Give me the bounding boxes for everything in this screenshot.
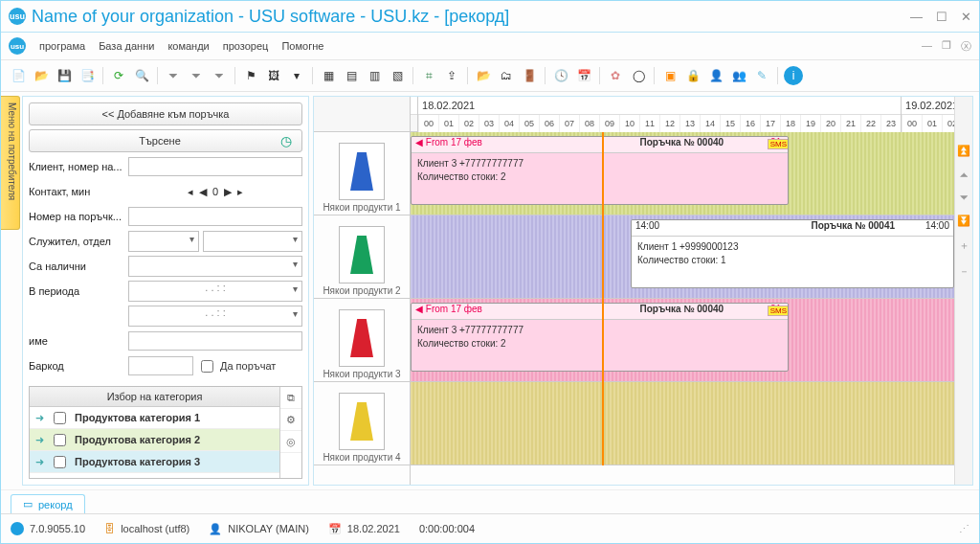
gantt-row-4[interactable] — [411, 382, 954, 465]
tb-grid2-icon[interactable]: ▤ — [342, 66, 361, 85]
add-to-order-button[interactable]: << Добавяне към поръчка — [29, 102, 302, 125]
product-cell-4[interactable]: Някои продукти 4 — [314, 382, 410, 465]
tb-filter2-icon[interactable]: ⏷ — [187, 66, 206, 85]
tb-folder2-icon[interactable]: 🗂 — [497, 66, 516, 85]
vt-down-icon[interactable]: ⏬ — [957, 215, 970, 227]
tb-user1-icon[interactable]: 👤 — [706, 66, 725, 85]
chk-toorder[interactable] — [201, 360, 213, 373]
tb-grid3-icon[interactable]: ▥ — [365, 66, 384, 85]
tb-search-icon[interactable]: 🔍 — [132, 66, 151, 85]
gear-icon[interactable]: ⚙ — [280, 409, 301, 431]
order-40-a[interactable]: ◀ From 17 февПоръчка № 0004021: SMS Клие… — [411, 136, 789, 205]
tb-lock-icon[interactable]: 🔒 — [683, 66, 702, 85]
menu-database[interactable]: База данни — [99, 40, 154, 52]
tb-saveall-icon[interactable]: 📑 — [78, 66, 97, 85]
tb-save-icon[interactable]: 💾 — [55, 66, 74, 85]
maximize-icon[interactable]: ☐ — [936, 10, 947, 24]
gantt-row-1[interactable]: ◀ From 17 февПоръчка № 0004021: SMS Клие… — [411, 132, 954, 215]
mdi-minimize-icon[interactable]: ― — [922, 39, 932, 54]
gantt-row-2[interactable]: 14:00Поръчка № 0004114:00 Клиент 1 +9999… — [411, 215, 954, 299]
search-button[interactable]: Търсене ◷ — [29, 129, 302, 152]
toolbar: 📄 📂 💾 📑 ⟳ 🔍 ⏷ ⏷ ⏷ ⚑ 🖼 ▾ ▦ ▤ ▥ ▧ ⌗ ⇪ 📂 🗂 … — [1, 60, 979, 92]
vt-plus-icon[interactable]: ＋ — [959, 238, 969, 253]
close-icon[interactable]: ✕ — [961, 10, 971, 24]
date-to[interactable]: . . : : — [128, 306, 302, 327]
search-button-label: Търсене — [39, 135, 280, 147]
chk-cat1[interactable] — [54, 412, 66, 424]
gantt-header: 18.02.2021 00010203040506070809101112131… — [411, 97, 954, 132]
tb-refresh-icon[interactable]: ⟳ — [109, 66, 128, 85]
minimize-icon[interactable]: ― — [910, 10, 923, 24]
tb-filter-icon[interactable]: ⏷ — [164, 66, 183, 85]
spin-contact[interactable]: ◂◀0▶▸ — [128, 185, 302, 199]
vt-bottom-icon[interactable]: ⏷ — [959, 192, 969, 203]
tb-exit-icon[interactable]: 🚪 — [520, 66, 539, 85]
tab-icon: ▭ — [23, 498, 33, 510]
tb-grid1-icon[interactable]: ▦ — [319, 66, 338, 85]
menu-program[interactable]: програма — [39, 40, 85, 52]
combo-available[interactable] — [128, 256, 302, 277]
order-41[interactable]: 14:00Поръчка № 0004114:00 Клиент 1 +9999… — [631, 219, 954, 288]
vt-up-icon[interactable]: ⏫ — [957, 145, 970, 157]
tb-clock-icon[interactable]: 🕓 — [551, 66, 570, 85]
lbl-name: име — [29, 335, 124, 347]
input-client[interactable] — [128, 157, 302, 176]
chk-cat3[interactable] — [54, 456, 66, 468]
arrow-icon: ➜ — [35, 412, 44, 424]
tb-export-icon[interactable]: ⇪ — [442, 66, 461, 85]
menu-logo-icon: usu — [9, 37, 26, 55]
sms-tag-icon: SMS — [768, 139, 789, 149]
order-40-b[interactable]: ◀ From 17 февПоръчка № 0004021: SMS Клие… — [411, 303, 789, 372]
tb-info-icon[interactable]: i — [784, 66, 803, 85]
chk-cat2[interactable] — [54, 434, 66, 446]
tb-open-icon[interactable]: 📂 — [32, 66, 51, 85]
menu-help[interactable]: Помогне — [281, 40, 323, 52]
tb-image-icon[interactable]: 🖼 — [264, 66, 283, 85]
category-row-2[interactable]: ➜Продуктова категория 2 — [30, 429, 279, 451]
resize-grip-icon[interactable]: ⋰ — [959, 523, 969, 535]
tb-grid4-icon[interactable]: ▧ — [388, 66, 407, 85]
copy-icon[interactable]: ⧉ — [280, 387, 301, 409]
tb-new-icon[interactable]: 📄 — [9, 66, 28, 85]
product-cell-1[interactable]: Някои продукти 1 — [314, 132, 410, 215]
tb-calendar-icon[interactable]: 📅 — [574, 66, 593, 85]
mdi-close-icon[interactable]: ⓧ — [961, 39, 971, 54]
arrow-icon: ➜ — [35, 456, 44, 468]
date-from[interactable]: . . : : — [128, 281, 302, 302]
filter-panel: << Добавяне към поръчка Търсене ◷ Клиент… — [22, 96, 309, 486]
combo-dept[interactable] — [203, 231, 302, 252]
category-row-1[interactable]: ➜Продуктова категория 1 — [30, 407, 279, 429]
tb-brush-icon[interactable]: ✎ — [752, 66, 771, 85]
mdi-restore-icon[interactable]: ❐ — [942, 39, 951, 54]
menu-window[interactable]: прозорец — [223, 40, 269, 52]
category-row-3[interactable]: ➜Продуктова категория 3 — [30, 451, 279, 473]
tb-color-icon[interactable]: ◯ — [629, 66, 648, 85]
input-orderno[interactable] — [128, 207, 302, 226]
product-cell-3[interactable]: Някои продукти 3 — [314, 299, 410, 382]
tb-folder-open-icon[interactable]: 📂 — [474, 66, 493, 85]
user-menu-side-tab[interactable]: Меню на потребителя — [1, 96, 20, 230]
product-cell-2[interactable]: Някои продукти 2 — [314, 215, 410, 299]
menu-commands[interactable]: команди — [167, 40, 209, 52]
input-barcode[interactable] — [128, 356, 193, 375]
tb-filter3-icon[interactable]: ⏷ — [210, 66, 229, 85]
sms-tag-icon: SMS — [768, 306, 789, 316]
input-name[interactable] — [128, 331, 302, 351]
tb-dd-icon[interactable]: ▾ — [287, 66, 306, 85]
gantt-area[interactable]: 18.02.2021 00010203040506070809101112131… — [411, 97, 954, 485]
gantt-side-tools: ⏫ ⏶ ⏷ ⏬ ＋ － — [954, 97, 972, 485]
tb-user2-icon[interactable]: 👥 — [729, 66, 748, 85]
vt-top-icon[interactable]: ⏶ — [959, 169, 969, 180]
tb-rss-icon[interactable]: ▣ — [660, 66, 679, 85]
target-icon[interactable]: ◎ — [280, 431, 301, 453]
calendar-icon: 📅 — [328, 523, 342, 535]
status-date: 18.02.2021 — [347, 523, 400, 534]
vt-minus-icon[interactable]: － — [959, 264, 969, 279]
tb-gear-icon[interactable]: ✿ — [606, 66, 625, 85]
tb-flag-icon[interactable]: ⚑ — [241, 66, 260, 85]
tab-record[interactable]: ▭рекорд — [11, 494, 85, 513]
tb-excel-icon[interactable]: ⌗ — [419, 66, 438, 85]
combo-employee[interactable] — [128, 231, 199, 252]
lbl-client: Клиент, номер на... — [29, 161, 124, 172]
gantt-row-3[interactable]: ◀ From 17 февПоръчка № 0004021: SMS Клие… — [411, 299, 954, 382]
